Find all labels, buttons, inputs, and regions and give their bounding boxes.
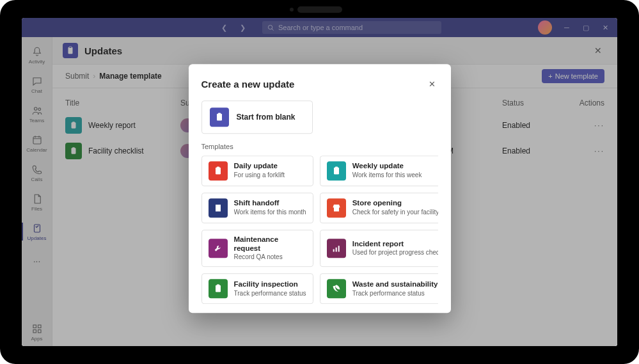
- svg-rect-30: [333, 249, 334, 252]
- device-frame: ❮ ❯ Search or type a command ─ ▢ ✕ Activ…: [0, 0, 639, 364]
- svg-rect-28: [217, 207, 217, 208]
- clipboard-icon: [209, 161, 228, 180]
- svg-rect-26: [217, 206, 217, 207]
- svg-rect-33: [216, 285, 221, 292]
- template-title: Facility inspection: [234, 280, 306, 289]
- building-icon: [209, 198, 228, 218]
- template-desc: Check for safety in your facility: [352, 209, 438, 216]
- screen: ❮ ❯ Search or type a command ─ ▢ ✕ Activ…: [22, 18, 617, 346]
- device-notch: [297, 6, 342, 13]
- template-title: Waste and sustainability: [352, 280, 438, 289]
- create-update-modal: Create a new update ✕ Start from blank T…: [189, 64, 451, 313]
- template-card[interactable]: Daily update For using a forklift: [201, 155, 313, 186]
- leaf-icon: [327, 280, 346, 299]
- template-desc: For using a forklift: [234, 171, 285, 179]
- modal-header: Create a new update ✕: [201, 77, 438, 91]
- template-desc: Track performance status: [234, 290, 306, 297]
- modal-title: Create a new update: [201, 79, 295, 90]
- blank-card-label: Start from blank: [237, 113, 296, 122]
- svg-rect-27: [218, 206, 219, 207]
- template-title: Weekly update: [352, 162, 422, 171]
- svg-rect-32: [338, 246, 339, 251]
- template-card[interactable]: Facility inspection Track performance st…: [201, 274, 313, 305]
- svg-rect-34: [217, 285, 219, 287]
- template-title: Shift handoff: [234, 200, 306, 209]
- template-card[interactable]: Weekly update Work items for this week: [320, 155, 438, 186]
- svg-rect-21: [216, 168, 221, 175]
- clipboard-icon: [209, 280, 228, 299]
- template-desc: Track performance status: [352, 290, 438, 297]
- clipboard-icon: [327, 161, 346, 180]
- svg-rect-29: [218, 207, 219, 208]
- template-title: Maintenance request: [234, 235, 306, 253]
- templates-section-label: Templates: [201, 143, 438, 150]
- templates-grid-wrap: Daily update For using a forklift Weekly…: [201, 155, 438, 305]
- modal-close-button[interactable]: ✕: [426, 77, 438, 91]
- template-card[interactable]: Waste and sustainability Track performan…: [320, 274, 438, 305]
- template-title: Incident report: [352, 240, 438, 249]
- svg-rect-20: [218, 113, 221, 115]
- svg-rect-23: [334, 168, 339, 175]
- template-title: Daily update: [234, 162, 285, 171]
- template-desc: Work items for this week: [352, 171, 422, 179]
- template-card[interactable]: Incident report Used for project progres…: [320, 230, 438, 267]
- store-icon: [327, 198, 346, 218]
- svg-rect-19: [217, 114, 222, 121]
- svg-rect-24: [335, 166, 338, 168]
- start-from-blank-card[interactable]: Start from blank: [201, 100, 313, 134]
- template-card[interactable]: Store opening Check for safety in your f…: [320, 193, 438, 223]
- wrench-icon: [209, 239, 228, 258]
- templates-grid: Daily update For using a forklift Weekly…: [201, 155, 438, 305]
- chart-icon: [327, 239, 346, 258]
- template-desc: Record QA notes: [234, 254, 306, 262]
- template-desc: Work items for this month: [234, 209, 306, 216]
- template-card[interactable]: Shift handoff Work items for this month: [201, 193, 313, 223]
- svg-rect-25: [216, 205, 221, 212]
- svg-rect-31: [335, 248, 336, 252]
- svg-rect-22: [217, 166, 219, 168]
- clipboard-icon: [210, 107, 229, 127]
- template-title: Store opening: [352, 200, 438, 209]
- template-card[interactable]: Maintenance request Record QA notes: [201, 230, 313, 267]
- template-desc: Used for project progress check: [352, 249, 438, 257]
